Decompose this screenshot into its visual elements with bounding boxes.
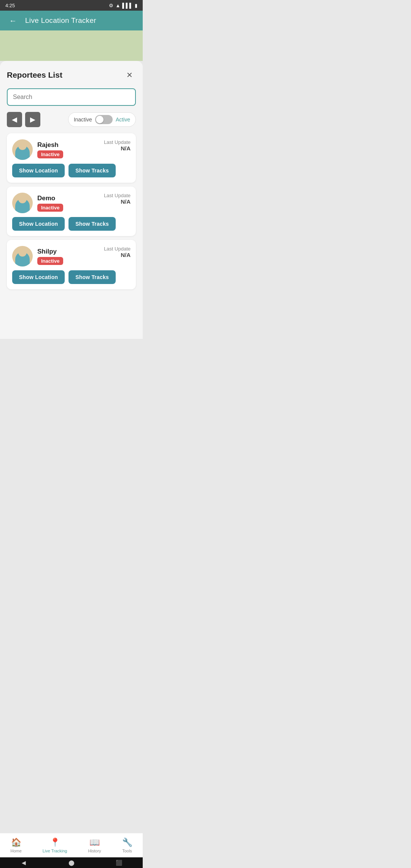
filter-row: ◀ ▶ Inactive Active <box>7 112 136 127</box>
settings-icon: ⚙ <box>109 3 113 8</box>
card-top-1: Rajesh Inactive Last Update N/A <box>12 139 131 160</box>
search-input[interactable] <box>13 94 130 101</box>
back-button[interactable]: ← <box>5 13 21 28</box>
card-name-3: Shilpy <box>37 248 63 255</box>
card-name-block-3: Shilpy Inactive <box>37 248 63 265</box>
card-name-2: Demo <box>37 195 63 202</box>
reportees-list: Rajesh Inactive Last Update N/A Show Loc… <box>7 133 136 289</box>
status-icons: ⚙ ▲ ▌▌▌ ▮ <box>109 3 137 8</box>
inactive-label: Inactive <box>74 116 92 123</box>
card-name-1: Rajesh <box>37 141 63 149</box>
card-name-block-2: Demo Inactive <box>37 195 63 212</box>
show-tracks-button-2[interactable]: Show Tracks <box>68 217 116 231</box>
close-button[interactable]: ✕ <box>123 69 136 81</box>
last-update-value-1: N/A <box>104 145 131 152</box>
next-button[interactable]: ▶ <box>25 112 40 127</box>
card-right-3: Last Update N/A <box>104 246 131 258</box>
signal-icon: ▌▌▌ <box>122 3 133 8</box>
show-location-button-3[interactable]: Show Location <box>12 270 65 284</box>
show-tracks-button-1[interactable]: Show Tracks <box>68 164 116 177</box>
card-actions-2: Show Location Show Tracks <box>12 217 131 231</box>
wifi-icon: ▲ <box>115 3 120 8</box>
last-update-label-2: Last Update <box>104 193 131 198</box>
last-update-value-3: N/A <box>104 252 131 258</box>
show-tracks-button-3[interactable]: Show Tracks <box>68 270 116 284</box>
card-actions-3: Show Location Show Tracks <box>12 270 131 284</box>
inactive-badge-1: Inactive <box>37 150 63 158</box>
card-right-2: Last Update N/A <box>104 193 131 205</box>
inactive-badge-2: Inactive <box>37 204 63 212</box>
card-name-block-1: Rajesh Inactive <box>37 141 63 158</box>
last-update-label-1: Last Update <box>104 139 131 145</box>
status-bar: 4:25 ⚙ ▲ ▌▌▌ ▮ <box>0 0 143 11</box>
avatar-1 <box>12 139 33 160</box>
map-background <box>0 30 143 61</box>
time: 4:25 <box>5 3 15 8</box>
prev-button[interactable]: ◀ <box>7 112 22 127</box>
app-bar: ← Live Location Tracker <box>0 11 143 30</box>
sheet-header: Reportees List ✕ <box>7 69 136 81</box>
active-label: Active <box>116 116 130 123</box>
active-toggle-switch[interactable] <box>95 115 113 124</box>
app-bar-title: Live Location Tracker <box>25 16 96 25</box>
card-left-1: Rajesh Inactive <box>12 139 63 160</box>
card-left-2: Demo Inactive <box>12 193 63 213</box>
card-top-2: Demo Inactive Last Update N/A <box>12 193 131 213</box>
avatar-2 <box>12 193 33 213</box>
last-update-value-2: N/A <box>104 198 131 205</box>
card-top-3: Shilpy Inactive Last Update N/A <box>12 246 131 266</box>
reportee-card-2: Demo Inactive Last Update N/A Show Locat… <box>7 187 136 236</box>
card-right-1: Last Update N/A <box>104 139 131 152</box>
reportee-card-3: Shilpy Inactive Last Update N/A Show Loc… <box>7 240 136 289</box>
bottom-sheet: Reportees List ✕ ◀ ▶ Inactive Active <box>0 61 143 339</box>
active-toggle-container[interactable]: Inactive Active <box>68 112 136 127</box>
search-box[interactable] <box>7 88 136 106</box>
card-left-3: Shilpy Inactive <box>12 246 63 266</box>
sheet-title: Reportees List <box>7 70 62 80</box>
battery-icon: ▮ <box>135 3 137 8</box>
card-actions-1: Show Location Show Tracks <box>12 164 131 177</box>
reportee-card-1: Rajesh Inactive Last Update N/A Show Loc… <box>7 133 136 183</box>
avatar-3 <box>12 246 33 266</box>
show-location-button-1[interactable]: Show Location <box>12 164 65 177</box>
show-location-button-2[interactable]: Show Location <box>12 217 65 231</box>
pagination-buttons: ◀ ▶ <box>7 112 40 127</box>
last-update-label-3: Last Update <box>104 246 131 252</box>
toggle-thumb <box>96 116 104 123</box>
inactive-badge-3: Inactive <box>37 257 63 265</box>
